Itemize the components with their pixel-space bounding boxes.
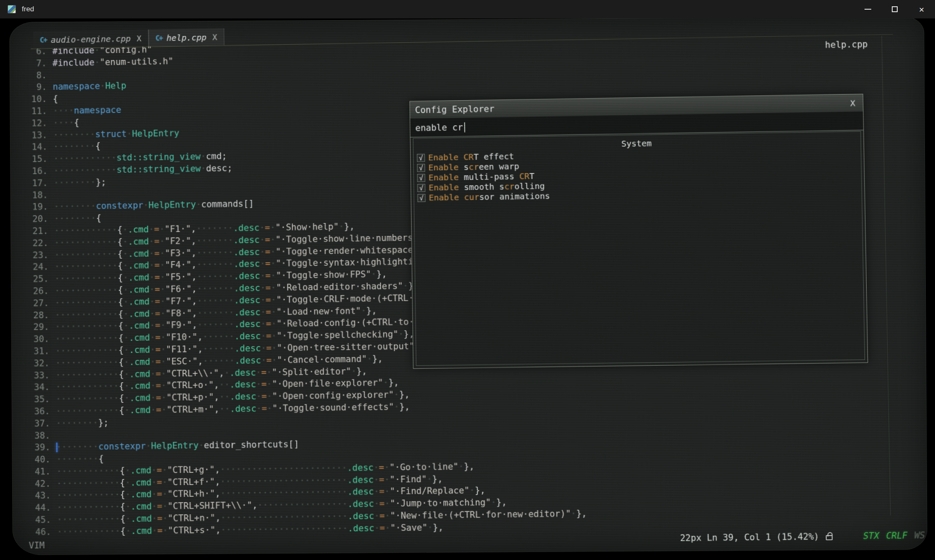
status-flags: STXCRLFWS (863, 530, 925, 541)
status-flag-CRLF: CRLF (886, 530, 908, 541)
popup-title: Config Explorer (415, 104, 495, 115)
line-number: 38. (23, 430, 50, 442)
line-number: 46. (23, 526, 51, 539)
tab-label: help.cpp (167, 32, 207, 43)
line-number: 23. (21, 249, 49, 262)
close-icon: ✕ (919, 5, 924, 13)
code-text: ········}; (54, 176, 107, 189)
line-number: 27. (21, 297, 49, 310)
line-number: 18. (21, 189, 48, 202)
config-option-label: Enable CRT effect (428, 151, 514, 163)
minimize-button[interactable] (854, 0, 881, 18)
line-number: 10. (20, 93, 47, 106)
line-number: 22. (21, 237, 49, 250)
tab-close-button[interactable]: X (137, 34, 142, 43)
line-number: 8. (19, 69, 47, 82)
status-right-cluster: 22px Ln 39, Col 1 (15.42%) STXCRLFWS (680, 530, 925, 543)
line-number: 11. (20, 105, 47, 118)
line-number: 20. (21, 213, 48, 226)
floating-filename: help.cpp (825, 39, 868, 50)
line-number: 31. (22, 345, 49, 358)
line-number: 41. (23, 466, 51, 478)
popup-close-button[interactable]: X (850, 94, 855, 112)
line-number: 37. (23, 417, 50, 430)
line-number: 45. (23, 514, 51, 526)
line-number: 43. (23, 490, 51, 502)
checkbox-checked-icon[interactable]: √ (417, 163, 425, 171)
config-explorer-popup: Config Explorer X enable cr System √Enab… (409, 94, 868, 369)
line-number: 15. (20, 153, 48, 166)
status-position-info: 22px Ln 39, Col 1 (15.42%) (680, 531, 819, 543)
line-number: 25. (21, 273, 49, 285)
cpp-file-icon: C+ (156, 34, 163, 42)
tab-help.cpp[interactable]: C+help.cppX (148, 28, 224, 47)
tab-audio-engine.cpp[interactable]: C+audio-engine.cppX (33, 30, 148, 49)
line-number: 44. (23, 502, 51, 514)
maximize-button[interactable] (881, 0, 908, 18)
code-text: ········{ (56, 453, 104, 466)
maximize-icon (892, 6, 898, 12)
line-number: 28. (22, 309, 49, 321)
code-text: { (53, 93, 58, 105)
text-cursor (56, 443, 57, 452)
line-number: 39. (23, 441, 50, 454)
code-text: ····{ (53, 117, 79, 129)
text-caret (464, 122, 465, 132)
config-search-value: enable cr (415, 122, 463, 133)
line-number: 13. (20, 129, 48, 142)
tab-label: audio-engine.cpp (51, 34, 131, 45)
line-number: 16. (20, 165, 48, 178)
config-option-label: Enable cursor animations (429, 191, 550, 202)
line-number: 30. (22, 333, 49, 346)
status-mode: VIM (29, 540, 45, 550)
config-list-frame: System √Enable CRT effect√Enable screen … (413, 131, 865, 366)
cpp-file-icon: C+ (40, 36, 47, 44)
line-number: 35. (22, 393, 50, 406)
checkbox-checked-icon[interactable]: √ (417, 184, 425, 192)
line-number: 14. (20, 141, 48, 154)
close-button[interactable]: ✕ (908, 0, 935, 18)
crt-screen: C+audio-engine.cppXC+help.cppX help.cpp … (9, 16, 927, 555)
lock-icon (826, 535, 833, 540)
line-number: 32. (22, 357, 50, 370)
window-titlebar: fred ✕ (0, 0, 935, 18)
line-number: 7. (19, 57, 47, 70)
line-number: 40. (23, 454, 51, 466)
line-number: 33. (22, 369, 50, 382)
config-options-list: √Enable CRT effect√Enable screen warp√En… (414, 146, 862, 203)
config-option-label: Enable screen warp (428, 161, 519, 173)
app-icon (8, 5, 16, 13)
line-number: 29. (22, 321, 49, 334)
line-number: 42. (23, 478, 51, 490)
code-text: ········}; (56, 417, 109, 429)
line-number: 17. (21, 177, 48, 189)
editor-content: C+audio-engine.cppXC+help.cppX help.cpp … (16, 16, 927, 555)
minimize-icon (865, 9, 871, 10)
status-flag-STX: STX (863, 531, 880, 541)
line-number: 34. (22, 381, 50, 394)
line-number: 26. (21, 285, 49, 298)
line-number: 12. (20, 117, 47, 130)
code-text: namespace·Help (53, 80, 127, 93)
tab-close-button[interactable]: X (212, 32, 217, 41)
checkbox-checked-icon[interactable]: √ (417, 154, 425, 162)
code-text: ········{ (54, 212, 102, 225)
checkbox-checked-icon[interactable]: √ (417, 174, 425, 181)
tab-bar: C+audio-engine.cppXC+help.cppX (33, 28, 224, 48)
line-number: 19. (21, 201, 48, 214)
line-number: 21. (21, 225, 49, 238)
window-title: fred (22, 5, 34, 13)
status-flag-WS: WS (914, 530, 925, 541)
checkbox-checked-icon[interactable]: √ (417, 194, 425, 202)
line-number: 9. (19, 81, 47, 94)
code-text: ········{ (53, 140, 101, 153)
line-number: 36. (23, 405, 50, 418)
code-text: ····namespace (53, 104, 121, 117)
window-controls: ✕ (854, 0, 935, 18)
line-number: 24. (21, 261, 49, 274)
